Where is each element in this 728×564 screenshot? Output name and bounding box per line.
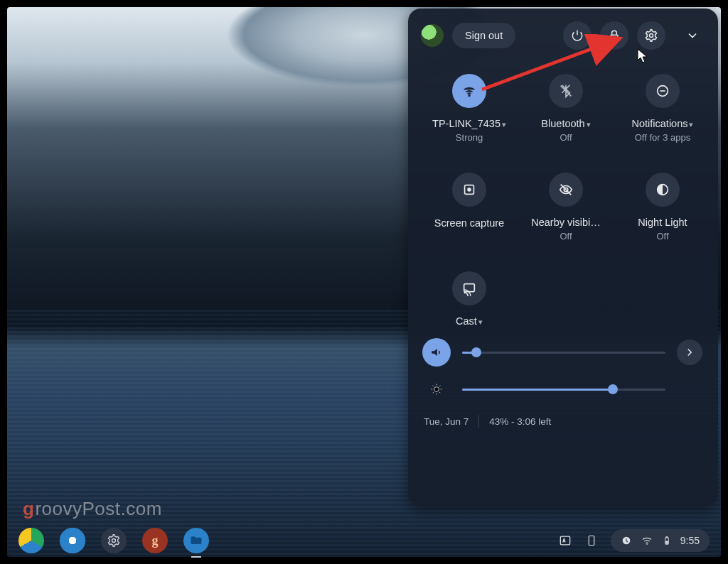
screen-capture-icon: [461, 182, 477, 197]
wifi-label[interactable]: TP-LINK_7435▾: [432, 118, 506, 129]
shelf-status-area: 9:55: [558, 529, 710, 552]
svg-point-11: [112, 539, 116, 543]
lock-button[interactable]: [600, 21, 628, 50]
night-light-toggle[interactable]: [646, 173, 680, 207]
bluetooth-toggle[interactable]: [549, 74, 583, 108]
audio-settings-button[interactable]: [677, 340, 702, 365]
gear-icon: [107, 533, 121, 548]
brightness-slider[interactable]: [462, 389, 665, 391]
do-not-disturb-icon: [655, 83, 670, 99]
footer-date: Tue, Jun 7: [424, 416, 469, 427]
night-light-sub: Off: [656, 231, 668, 242]
nearby-sub: Off: [560, 231, 572, 242]
svg-rect-13: [589, 536, 594, 546]
svg-rect-18: [665, 541, 668, 544]
svg-rect-7: [464, 284, 475, 292]
notifications-toggle[interactable]: [646, 74, 680, 108]
notifications-label[interactable]: Notifications▾: [632, 118, 694, 129]
collapse-button[interactable]: [678, 21, 707, 50]
chevron-down-icon: [685, 28, 700, 43]
brightness-row: [422, 371, 702, 408]
volume-slider[interactable]: [462, 352, 665, 354]
settings-button[interactable]: [637, 21, 665, 50]
volume-icon: [429, 345, 444, 359]
avatar[interactable]: [421, 24, 444, 47]
folder-icon: [189, 533, 203, 548]
cast-label[interactable]: Cast▾: [456, 315, 483, 327]
volume-row: [422, 334, 702, 371]
chevron-right-icon: [683, 346, 696, 359]
panel-footer: Tue, Jun 7 43% - 3:06 left: [421, 415, 707, 428]
nearby-label: Nearby visibi…: [531, 217, 601, 228]
cast-button[interactable]: [452, 271, 486, 305]
status-tray[interactable]: 9:55: [611, 529, 710, 552]
app-chrome[interactable]: [60, 528, 85, 553]
quick-toggles-grid: TP-LINK_7435▾ Strong Bluetooth▾ Off Noti…: [421, 74, 707, 327]
svg-point-15: [646, 544, 648, 546]
notifications-tile: Notifications▾ Off for 3 apps: [617, 74, 708, 143]
notifications-sub: Off for 3 apps: [635, 132, 691, 143]
wifi-tile: TP-LINK_7435▾ Strong: [424, 74, 515, 143]
power-icon: [570, 28, 584, 43]
shelf: g 9:55: [7, 524, 721, 557]
night-light-icon: [655, 182, 670, 197]
cast-icon: [461, 281, 477, 296]
bluetooth-label[interactable]: Bluetooth▾: [541, 118, 590, 129]
brightness-icon: [429, 382, 444, 396]
svg-point-9: [434, 387, 439, 392]
brightness-button[interactable]: [422, 375, 451, 403]
quick-settings-panel: Sign out TP-LINK_7435▾ Strong Blueto: [408, 9, 718, 507]
svg-rect-12: [560, 536, 569, 545]
wifi-icon: [461, 83, 477, 99]
lock-icon: [607, 28, 621, 43]
wifi-status-icon: [641, 534, 653, 547]
clock: 9:55: [680, 535, 700, 546]
night-light-tile: Night Light Off: [617, 173, 708, 242]
app-settings[interactable]: [101, 528, 127, 553]
bluetooth-tile: Bluetooth▾ Off: [520, 74, 611, 143]
watermark-text: roovyPost.com: [35, 498, 161, 519]
app-running-indicator: [191, 556, 201, 558]
svg-point-8: [464, 293, 466, 294]
visibility-off-icon: [558, 182, 574, 197]
screen-capture-label: Screen capture: [434, 217, 504, 229]
watermark: groovyPost.com: [23, 498, 162, 520]
nearby-toggle[interactable]: [549, 173, 583, 207]
phone-hub-icon[interactable]: [585, 533, 598, 548]
notifications-icon: [621, 535, 632, 546]
volume-button[interactable]: [422, 338, 451, 367]
svg-rect-0: [611, 35, 618, 40]
cast-tile: Cast▾: [424, 271, 515, 327]
sign-out-button[interactable]: Sign out: [452, 23, 515, 48]
night-light-label: Night Light: [638, 217, 687, 228]
svg-point-1: [650, 34, 653, 38]
ime-icon[interactable]: [558, 533, 572, 548]
svg-rect-17: [666, 537, 668, 538]
footer-divider: [478, 415, 479, 428]
wifi-sub: Strong: [456, 132, 483, 143]
watermark-g: g: [23, 498, 34, 519]
app-groovypost[interactable]: g: [142, 528, 168, 553]
battery-status-icon: [662, 533, 672, 548]
shelf-pinned-apps: g: [18, 528, 209, 553]
screen-capture-button[interactable]: [452, 173, 486, 207]
power-button[interactable]: [563, 21, 592, 50]
bluetooth-off-icon: [558, 83, 574, 99]
footer-battery: 43% - 3:06 left: [489, 416, 551, 427]
app-google-drive[interactable]: [18, 528, 44, 553]
svg-point-4: [467, 188, 471, 192]
sliders-section: [421, 334, 707, 408]
panel-header: Sign out: [421, 21, 707, 50]
app-files[interactable]: [183, 528, 209, 553]
wifi-toggle[interactable]: [452, 74, 486, 108]
nearby-tile: Nearby visibi… Off: [520, 173, 611, 242]
bluetooth-sub: Off: [560, 132, 572, 143]
gear-icon: [644, 28, 658, 43]
screen-capture-tile: Screen capture: [424, 173, 515, 242]
